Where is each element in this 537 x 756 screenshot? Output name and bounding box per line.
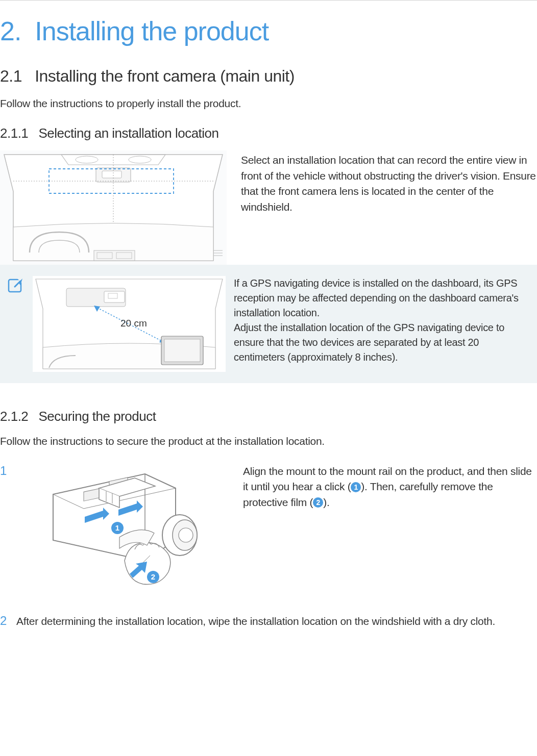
chapter-title: Installing the product xyxy=(35,16,268,46)
step-2-text: After determining the installation locat… xyxy=(16,614,537,629)
section-intro-21: Follow the instructions to properly inst… xyxy=(0,96,537,111)
step-1-number: 1 xyxy=(0,464,12,598)
location-description: Select an installation location that can… xyxy=(241,150,537,265)
svg-point-27 xyxy=(179,528,193,542)
svg-rect-16 xyxy=(104,291,125,303)
gps-note-text: If a GPS navigating device is installed … xyxy=(234,276,526,365)
section-number: 2.1 xyxy=(0,67,22,85)
section-title: Installing the front camera (main unit) xyxy=(35,67,295,85)
subsection-number: 2.1.2 xyxy=(0,409,28,424)
location-row: Select an installation location that can… xyxy=(0,150,537,265)
step-1-text: Align the mount to the mount rail on the… xyxy=(243,464,537,598)
step-2-row: 2 After determining the installation loc… xyxy=(0,614,537,629)
gps-note-para-1: If a GPS navigating device is installed … xyxy=(234,278,519,318)
note-icon xyxy=(7,277,25,294)
step-1-row: 1 xyxy=(0,464,537,598)
subsection-number: 2.1.1 xyxy=(0,125,28,141)
gps-distance-illustration: 20 cm xyxy=(33,276,226,372)
section-heading-21: 2.1 Installing the front camera (main un… xyxy=(0,67,537,86)
mount-illustration: 1 2 xyxy=(22,464,233,598)
svg-text:1: 1 xyxy=(115,523,119,532)
svg-text:2: 2 xyxy=(151,572,155,581)
svg-rect-3 xyxy=(102,171,121,178)
gps-note-para-2: Adjust the installation location of the … xyxy=(234,322,504,363)
subsection-heading-211: 2.1.1 Selecting an installation location xyxy=(0,125,537,141)
callout-badge-1: 1 xyxy=(351,482,361,492)
subsection-heading-212: 2.1.2 Securing the product xyxy=(0,409,537,424)
svg-rect-22 xyxy=(164,339,200,362)
gps-distance-label: 20 cm xyxy=(120,318,147,329)
chapter-heading: 2. Installing the product xyxy=(0,16,537,46)
subsection-title: Selecting an installation location xyxy=(39,125,219,141)
windshield-illustration xyxy=(0,150,227,265)
callout-badge-2: 2 xyxy=(313,497,323,508)
step-2-number: 2 xyxy=(0,614,12,629)
subsection-title: Securing the product xyxy=(39,409,156,424)
section-intro-212: Follow the instructions to secure the pr… xyxy=(0,434,537,449)
chapter-number: 2. xyxy=(0,16,21,46)
svg-rect-7 xyxy=(94,250,135,261)
gps-note-box: 20 cm If a GPS navigating device is inst… xyxy=(0,265,537,383)
